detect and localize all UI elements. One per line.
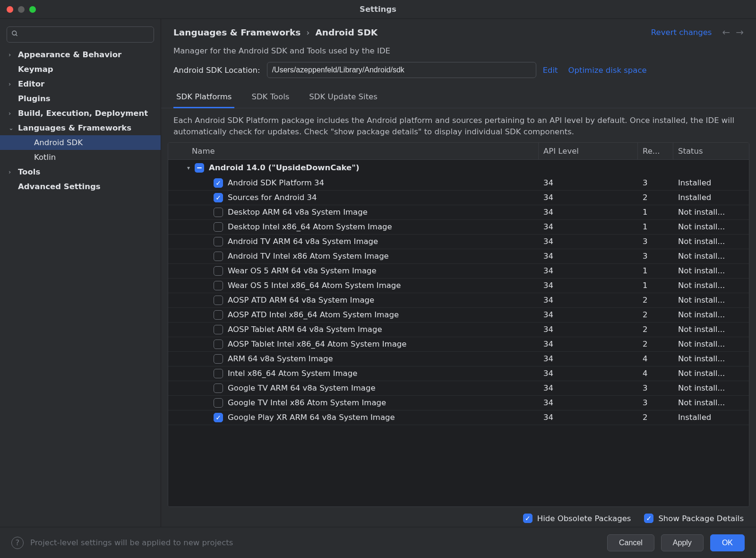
svg-line-1 [16, 35, 17, 36]
revision: 3 [638, 381, 673, 395]
sdk-location-input[interactable] [267, 62, 536, 78]
table-row[interactable]: Desktop Intel x86_64 Atom System Image34… [168, 220, 749, 235]
status: Not install... [673, 249, 749, 263]
package-name: Desktop ARM 64 v8a System Image [228, 208, 368, 217]
column-status[interactable]: Status [673, 143, 749, 159]
row-checkbox[interactable] [214, 222, 223, 232]
row-checkbox[interactable] [214, 237, 223, 246]
chevron-down-icon: ⌄ [9, 124, 18, 131]
row-checkbox[interactable] [214, 354, 223, 364]
sidebar-item-android-sdk[interactable]: Android SDK [0, 135, 161, 150]
table-row[interactable]: Wear OS 5 ARM 64 v8a System Image341Not … [168, 264, 749, 279]
table-row[interactable]: AOSP ATD ARM 64 v8a System Image342Not i… [168, 293, 749, 308]
table-row[interactable]: Android TV Intel x86 Atom System Image34… [168, 249, 749, 264]
table-row[interactable]: Desktop ARM 64 v8a System Image341Not in… [168, 205, 749, 220]
show-package-details-checkbox[interactable]: Show Package Details [644, 514, 744, 523]
forward-button[interactable]: → [736, 26, 744, 38]
revision: 3 [638, 176, 673, 190]
api-level: 34 [539, 323, 638, 336]
table-row[interactable]: Intel x86_64 Atom System Image344Not ins… [168, 366, 749, 381]
revision: 4 [638, 352, 673, 366]
api-level: 34 [539, 205, 638, 219]
column-revision[interactable]: Re... [638, 143, 673, 159]
help-button[interactable]: ? [11, 537, 24, 549]
search-input[interactable] [7, 26, 154, 43]
row-checkbox[interactable] [214, 266, 223, 276]
row-checkbox[interactable] [214, 281, 223, 290]
package-name: Android TV Intel x86 Atom System Image [228, 252, 389, 261]
table-group-row[interactable]: ▾Android 14.0 ("UpsideDownCake") [168, 160, 749, 176]
cancel-button[interactable]: Cancel [607, 534, 654, 551]
table-row[interactable]: Sources for Android 34342Installed [168, 191, 749, 205]
row-checkbox[interactable] [214, 208, 223, 217]
table-row[interactable]: Google TV ARM 64 v8a System Image343Not … [168, 381, 749, 396]
tab-sdk-update-sites[interactable]: SDK Update Sites [306, 87, 380, 108]
row-checkbox[interactable] [214, 193, 223, 202]
status: Not install... [673, 352, 749, 366]
sidebar-item-advanced-settings[interactable]: Advanced Settings [0, 179, 161, 194]
sidebar-item-plugins[interactable]: Plugins [0, 91, 161, 106]
row-checkbox[interactable] [214, 178, 223, 188]
titlebar: Settings [0, 0, 756, 19]
show-details-label: Show Package Details [658, 514, 744, 523]
close-window-button[interactable] [7, 6, 13, 13]
apply-button[interactable]: Apply [661, 534, 704, 551]
table-row[interactable]: AOSP Tablet Intel x86_64 Atom System Ima… [168, 337, 749, 352]
sidebar-item-languages-frameworks[interactable]: ⌄Languages & Frameworks [0, 121, 161, 135]
chevron-right-icon: › [9, 51, 18, 58]
status: Not install... [673, 220, 749, 234]
sdk-tabs: SDK Platforms SDK Tools SDK Update Sites [161, 87, 756, 108]
sidebar-item-editor[interactable]: ›Editor [0, 77, 161, 91]
minimize-window-button[interactable] [18, 6, 25, 13]
table-row[interactable]: AOSP Tablet ARM 64 v8a System Image342No… [168, 323, 749, 337]
window-title: Settings [0, 5, 756, 14]
row-checkbox[interactable] [214, 369, 223, 378]
revision: 2 [638, 293, 673, 307]
table-row[interactable]: Google TV Intel x86 Atom System Image343… [168, 396, 749, 410]
breadcrumb-parent[interactable]: Languages & Frameworks [173, 27, 301, 37]
package-name: AOSP Tablet ARM 64 v8a System Image [228, 325, 382, 334]
table-row[interactable]: Android TV ARM 64 v8a System Image343Not… [168, 235, 749, 249]
revision: 3 [638, 396, 673, 410]
tab-sdk-platforms[interactable]: SDK Platforms [173, 87, 234, 108]
ok-button[interactable]: OK [710, 534, 745, 551]
table-header: Name API Level Re... Status [168, 143, 749, 160]
revision: 2 [638, 191, 673, 204]
row-checkbox[interactable] [214, 398, 223, 408]
status: Not install... [673, 381, 749, 395]
sidebar-item-keymap[interactable]: Keymap [0, 62, 161, 77]
table-row[interactable]: Android SDK Platform 34343Installed [168, 176, 749, 191]
row-checkbox[interactable] [214, 325, 223, 334]
row-checkbox[interactable] [214, 310, 223, 320]
footer-hint: Project-level settings will be applied t… [30, 538, 233, 547]
row-checkbox[interactable] [214, 413, 223, 422]
row-checkbox[interactable] [214, 296, 223, 305]
revision: 1 [638, 279, 673, 292]
table-body[interactable]: ▾Android 14.0 ("UpsideDownCake")Android … [168, 160, 749, 506]
checkbox-indeterminate-icon[interactable] [195, 163, 204, 173]
row-checkbox[interactable] [214, 340, 223, 349]
sidebar-item-tools[interactable]: ›Tools [0, 165, 161, 179]
table-row[interactable]: Wear OS 5 Intel x86_64 Atom System Image… [168, 279, 749, 293]
tab-sdk-tools[interactable]: SDK Tools [249, 87, 292, 108]
sidebar-item-kotlin[interactable]: Kotlin [0, 150, 161, 165]
table-row[interactable]: ARM 64 v8a System Image344Not install... [168, 352, 749, 366]
table-row[interactable]: AOSP ATD Intel x86_64 Atom System Image3… [168, 308, 749, 323]
edit-location-link[interactable]: Edit [543, 66, 558, 75]
table-row[interactable]: Google Play XR ARM 64 v8a System Image34… [168, 410, 749, 425]
api-level: 34 [539, 264, 638, 278]
revision: 3 [638, 235, 673, 248]
sidebar-item-build-execution-deployment[interactable]: ›Build, Execution, Deployment [0, 106, 161, 121]
column-api-level[interactable]: API Level [539, 143, 638, 159]
back-button[interactable]: ← [722, 26, 730, 38]
row-checkbox[interactable] [214, 384, 223, 393]
status: Not install... [673, 264, 749, 278]
package-name: Desktop Intel x86_64 Atom System Image [228, 222, 392, 231]
hide-obsolete-checkbox[interactable]: Hide Obsolete Packages [523, 514, 631, 523]
maximize-window-button[interactable] [29, 6, 36, 13]
revert-changes-link[interactable]: Revert changes [651, 28, 712, 37]
optimize-disk-link[interactable]: Optimize disk space [568, 66, 647, 75]
column-name[interactable]: Name [168, 143, 539, 159]
sidebar-item-appearance-behavior[interactable]: ›Appearance & Behavior [0, 47, 161, 62]
row-checkbox[interactable] [214, 252, 223, 261]
